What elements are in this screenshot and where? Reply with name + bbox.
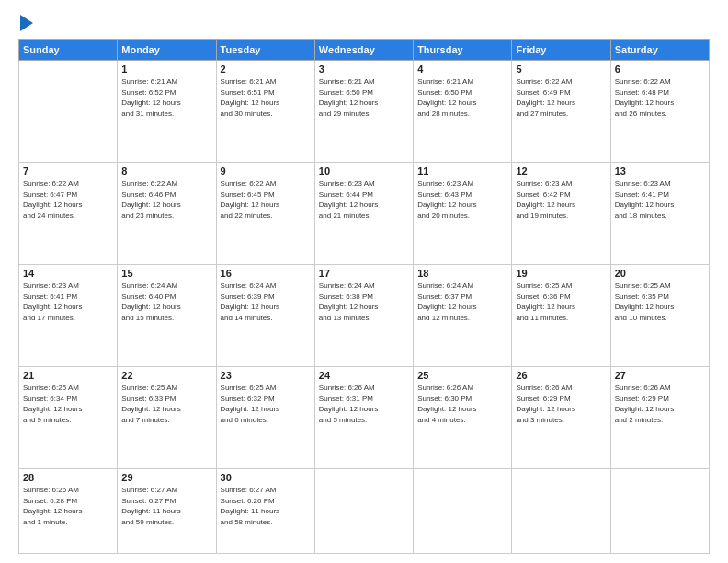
day-info: Sunrise: 6:23 AM Sunset: 6:42 PM Dayligh… [516, 178, 606, 221]
day-info: Sunrise: 6:26 AM Sunset: 6:29 PM Dayligh… [615, 383, 705, 425]
calendar-cell: 10Sunrise: 6:23 AM Sunset: 6:44 PM Dayli… [314, 162, 413, 264]
logo-arrow-icon [20, 15, 33, 31]
day-number: 27 [615, 370, 705, 381]
weekday-header: Tuesday [216, 40, 314, 61]
calendar: SundayMondayTuesdayWednesdayThursdayFrid… [18, 39, 710, 554]
day-info: Sunrise: 6:22 AM Sunset: 6:46 PM Dayligh… [121, 178, 211, 221]
calendar-cell: 18Sunrise: 6:24 AM Sunset: 6:37 PM Dayli… [414, 264, 512, 366]
logo [18, 17, 33, 31]
day-number: 16 [221, 268, 311, 279]
calendar-cell: 3Sunrise: 6:21 AM Sunset: 6:50 PM Daylig… [314, 61, 413, 163]
page: SundayMondayTuesdayWednesdayThursdayFrid… [0, 0, 728, 563]
weekday-header: Saturday [610, 40, 709, 61]
calendar-cell [314, 468, 413, 553]
calendar-week-row: 21Sunrise: 6:25 AM Sunset: 6:34 PM Dayli… [19, 366, 710, 468]
calendar-cell: 26Sunrise: 6:26 AM Sunset: 6:29 PM Dayli… [512, 366, 610, 468]
day-number: 25 [417, 370, 507, 381]
day-info: Sunrise: 6:25 AM Sunset: 6:34 PM Dayligh… [23, 383, 113, 425]
day-info: Sunrise: 6:25 AM Sunset: 6:36 PM Dayligh… [516, 281, 606, 323]
calendar-cell: 22Sunrise: 6:25 AM Sunset: 6:33 PM Dayli… [118, 366, 216, 468]
calendar-cell: 20Sunrise: 6:25 AM Sunset: 6:35 PM Dayli… [610, 264, 709, 366]
calendar-cell: 28Sunrise: 6:26 AM Sunset: 6:28 PM Dayli… [19, 468, 118, 553]
day-info: Sunrise: 6:22 AM Sunset: 6:48 PM Dayligh… [615, 76, 705, 119]
day-number: 20 [615, 268, 705, 279]
day-number: 18 [417, 268, 507, 279]
day-info: Sunrise: 6:23 AM Sunset: 6:41 PM Dayligh… [23, 281, 113, 323]
day-number: 5 [516, 63, 606, 75]
day-info: Sunrise: 6:22 AM Sunset: 6:49 PM Dayligh… [516, 76, 606, 119]
calendar-cell: 23Sunrise: 6:25 AM Sunset: 6:32 PM Dayli… [216, 366, 314, 468]
day-number: 19 [516, 268, 606, 279]
calendar-cell: 7Sunrise: 6:22 AM Sunset: 6:47 PM Daylig… [19, 162, 118, 264]
weekday-header: Thursday [414, 40, 512, 61]
day-number: 14 [23, 268, 113, 279]
calendar-cell: 14Sunrise: 6:23 AM Sunset: 6:41 PM Dayli… [19, 264, 118, 366]
day-number: 29 [121, 472, 211, 483]
day-info: Sunrise: 6:25 AM Sunset: 6:33 PM Dayligh… [121, 383, 211, 425]
day-number: 12 [516, 166, 606, 177]
day-info: Sunrise: 6:26 AM Sunset: 6:30 PM Dayligh… [417, 383, 507, 425]
day-info: Sunrise: 6:24 AM Sunset: 6:39 PM Dayligh… [221, 281, 311, 323]
day-info: Sunrise: 6:26 AM Sunset: 6:29 PM Dayligh… [516, 383, 606, 425]
weekday-header: Monday [118, 40, 216, 61]
day-info: Sunrise: 6:23 AM Sunset: 6:44 PM Dayligh… [319, 178, 409, 221]
day-number: 22 [121, 370, 211, 381]
calendar-cell: 17Sunrise: 6:24 AM Sunset: 6:38 PM Dayli… [314, 264, 413, 366]
calendar-cell [414, 468, 512, 553]
calendar-cell [512, 468, 610, 553]
day-number: 2 [221, 63, 311, 75]
day-number: 9 [221, 166, 311, 177]
day-info: Sunrise: 6:22 AM Sunset: 6:45 PM Dayligh… [221, 178, 311, 221]
day-number: 24 [319, 370, 409, 381]
day-number: 3 [319, 63, 409, 75]
calendar-cell: 2Sunrise: 6:21 AM Sunset: 6:51 PM Daylig… [216, 61, 314, 163]
calendar-header-row: SundayMondayTuesdayWednesdayThursdayFrid… [19, 40, 710, 61]
calendar-week-row: 1Sunrise: 6:21 AM Sunset: 6:52 PM Daylig… [19, 61, 710, 163]
day-info: Sunrise: 6:26 AM Sunset: 6:28 PM Dayligh… [23, 485, 113, 527]
day-number: 30 [221, 472, 311, 483]
day-number: 7 [23, 166, 113, 177]
day-number: 1 [121, 63, 211, 75]
day-number: 6 [615, 63, 705, 75]
day-number: 10 [319, 166, 409, 177]
weekday-header: Friday [512, 40, 610, 61]
calendar-cell: 9Sunrise: 6:22 AM Sunset: 6:45 PM Daylig… [216, 162, 314, 264]
day-info: Sunrise: 6:27 AM Sunset: 6:26 PM Dayligh… [221, 485, 311, 527]
day-number: 26 [516, 370, 606, 381]
day-number: 13 [615, 166, 705, 177]
day-info: Sunrise: 6:25 AM Sunset: 6:32 PM Dayligh… [221, 383, 311, 425]
day-info: Sunrise: 6:26 AM Sunset: 6:31 PM Dayligh… [319, 383, 409, 425]
day-info: Sunrise: 6:25 AM Sunset: 6:35 PM Dayligh… [615, 281, 705, 323]
day-info: Sunrise: 6:27 AM Sunset: 6:27 PM Dayligh… [121, 485, 211, 527]
day-info: Sunrise: 6:21 AM Sunset: 6:50 PM Dayligh… [319, 76, 409, 119]
day-info: Sunrise: 6:21 AM Sunset: 6:52 PM Dayligh… [121, 76, 211, 119]
header [18, 17, 710, 31]
calendar-cell: 13Sunrise: 6:23 AM Sunset: 6:41 PM Dayli… [610, 162, 709, 264]
calendar-cell: 27Sunrise: 6:26 AM Sunset: 6:29 PM Dayli… [610, 366, 709, 468]
calendar-cell: 8Sunrise: 6:22 AM Sunset: 6:46 PM Daylig… [118, 162, 216, 264]
day-info: Sunrise: 6:23 AM Sunset: 6:41 PM Dayligh… [615, 178, 705, 221]
calendar-cell: 25Sunrise: 6:26 AM Sunset: 6:30 PM Dayli… [414, 366, 512, 468]
day-info: Sunrise: 6:21 AM Sunset: 6:50 PM Dayligh… [417, 76, 507, 119]
day-number: 23 [221, 370, 311, 381]
calendar-cell [610, 468, 709, 553]
day-info: Sunrise: 6:21 AM Sunset: 6:51 PM Dayligh… [221, 76, 311, 119]
calendar-cell: 11Sunrise: 6:23 AM Sunset: 6:43 PM Dayli… [414, 162, 512, 264]
weekday-header: Wednesday [314, 40, 413, 61]
day-number: 17 [319, 268, 409, 279]
day-number: 8 [121, 166, 211, 177]
day-info: Sunrise: 6:22 AM Sunset: 6:47 PM Dayligh… [23, 178, 113, 221]
day-info: Sunrise: 6:24 AM Sunset: 6:38 PM Dayligh… [319, 281, 409, 323]
calendar-cell: 29Sunrise: 6:27 AM Sunset: 6:27 PM Dayli… [118, 468, 216, 553]
calendar-cell: 30Sunrise: 6:27 AM Sunset: 6:26 PM Dayli… [216, 468, 314, 553]
calendar-cell: 19Sunrise: 6:25 AM Sunset: 6:36 PM Dayli… [512, 264, 610, 366]
weekday-header: Sunday [19, 40, 118, 61]
calendar-cell: 21Sunrise: 6:25 AM Sunset: 6:34 PM Dayli… [19, 366, 118, 468]
day-info: Sunrise: 6:23 AM Sunset: 6:43 PM Dayligh… [417, 178, 507, 221]
calendar-cell: 16Sunrise: 6:24 AM Sunset: 6:39 PM Dayli… [216, 264, 314, 366]
calendar-cell: 5Sunrise: 6:22 AM Sunset: 6:49 PM Daylig… [512, 61, 610, 163]
day-number: 28 [23, 472, 113, 483]
day-number: 15 [121, 268, 211, 279]
day-number: 11 [417, 166, 507, 177]
calendar-cell: 1Sunrise: 6:21 AM Sunset: 6:52 PM Daylig… [118, 61, 216, 163]
